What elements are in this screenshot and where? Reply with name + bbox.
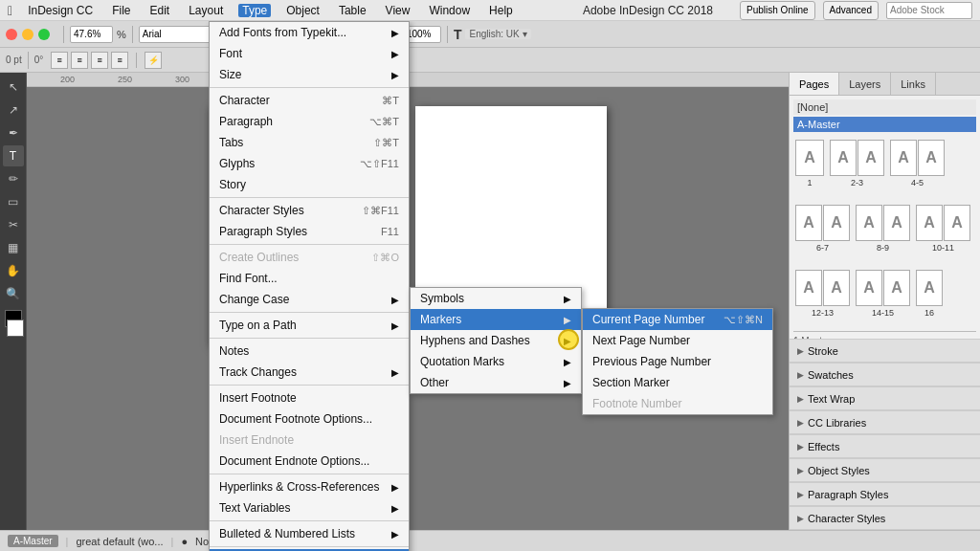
publish-online-button[interactable]: Publish Online [740, 1, 814, 20]
menu-footnote-number: Footnote Number [583, 393, 772, 414]
menu-symbols[interactable]: Symbols ▶ [411, 288, 581, 309]
menu-paragraph-styles[interactable]: Paragraph Styles F11 [210, 221, 409, 242]
menu-view[interactable]: View [382, 4, 414, 17]
menu-glyphs[interactable]: Glyphs ⌥⇧F11 [210, 153, 409, 174]
menu-paragraph[interactable]: Paragraph ⌥⌘T [210, 111, 409, 132]
menu-character-styles[interactable]: Character Styles ⇧⌘F11 [210, 200, 409, 221]
minimize-button[interactable] [22, 29, 33, 40]
menu-markers[interactable]: Markers ▶ [411, 309, 581, 330]
page-thumb-7[interactable]: A [823, 205, 850, 241]
direct-selection-tool[interactable]: ↗ [3, 99, 24, 121]
menu-change-case[interactable]: Change Case ▶ [210, 289, 409, 310]
menu-other[interactable]: Other ▶ [411, 372, 581, 393]
maximize-button[interactable] [38, 29, 50, 40]
menu-track-changes[interactable]: Track Changes ▶ [210, 362, 409, 383]
text-wrap-header[interactable]: ▶ Text Wrap [790, 387, 980, 410]
hand-tool[interactable]: ✋ [3, 260, 24, 281]
scissors-tool[interactable]: ✂ [3, 214, 24, 235]
menu-insert-footnote[interactable]: Insert Footnote [210, 387, 409, 408]
menu-find-font[interactable]: Find Font... [210, 268, 409, 289]
stroke-color[interactable] [7, 320, 24, 337]
menu-tabs[interactable]: Tabs ⇧⌘T [210, 132, 409, 153]
submenu-special-char[interactable]: Symbols ▶ Markers ▶ Hyphens and Dashes ▶… [410, 287, 582, 394]
tab-links[interactable]: Links [891, 73, 936, 95]
menu-character[interactable]: Character ⌘T [210, 90, 409, 111]
pencil-tool[interactable]: ✏ [3, 168, 24, 189]
submenu-markers[interactable]: Current Page Number ⌥⇧⌘N Next Page Numbe… [582, 308, 773, 415]
type-tool[interactable]: T [3, 145, 24, 166]
menu-add-fonts[interactable]: Add Fonts from Typekit... ▶ [210, 22, 409, 43]
page-thumb-11[interactable]: A [944, 205, 970, 241]
menu-window[interactable]: Window [425, 4, 474, 17]
menu-story[interactable]: Story [210, 174, 409, 195]
close-button[interactable] [6, 29, 17, 40]
effects-header[interactable]: ▶ Effects [790, 435, 980, 458]
page-thumb-14[interactable]: A [856, 270, 882, 306]
sep-7 [210, 474, 409, 474]
page-thumb-4[interactable]: A [890, 140, 917, 176]
menu-current-page-number[interactable]: Current Page Number ⌥⇧⌘N [583, 309, 772, 330]
menu-table[interactable]: Table [335, 4, 370, 17]
page-thumb-15[interactable]: A [883, 270, 910, 306]
menu-font[interactable]: Font ▶ [210, 43, 409, 64]
paragraph-styles-header[interactable]: ▶ Paragraph Styles [790, 483, 980, 506]
adobe-stock-search[interactable] [886, 2, 972, 19]
menu-quotation-marks[interactable]: Quotation Marks ▶ [411, 351, 581, 372]
tab-pages[interactable]: Pages [790, 73, 839, 95]
menu-edit[interactable]: Edit [146, 4, 174, 17]
menu-layout[interactable]: Layout [185, 4, 227, 17]
page-master-label[interactable]: A-Master [8, 535, 58, 547]
stroke-header[interactable]: ▶ Stroke [790, 340, 980, 363]
page-thumb-3[interactable]: A [858, 140, 884, 176]
page-thumb-5[interactable]: A [918, 140, 945, 176]
page-thumb-8[interactable]: A [856, 205, 882, 241]
menu-next-page-number[interactable]: Next Page Number [583, 330, 772, 351]
menu-hyphens-dashes[interactable]: Hyphens and Dashes ▶ [411, 330, 581, 351]
language-selector[interactable]: English: UK ▾ [465, 29, 530, 39]
font-family-input[interactable] [139, 26, 215, 43]
advanced-button[interactable]: Advanced [823, 1, 879, 20]
character-styles-header[interactable]: ▶ Character Styles [790, 507, 980, 530]
page-thumb-6[interactable]: A [795, 205, 822, 241]
page-thumbs-45: A A [890, 140, 945, 176]
pen-tool[interactable]: ✒ [3, 122, 24, 143]
align-center-button[interactable]: ≡ [71, 52, 88, 69]
rectangle-tool[interactable]: ▭ [3, 191, 24, 212]
menu-help[interactable]: Help [485, 4, 517, 17]
menu-size[interactable]: Size ▶ [210, 64, 409, 85]
zoom-tool[interactable]: 🔍 [3, 283, 24, 304]
align-left-button[interactable]: ≡ [51, 52, 68, 69]
menu-notes[interactable]: Notes [210, 341, 409, 362]
menu-file[interactable]: File [108, 4, 134, 17]
tab-layers[interactable]: Layers [839, 73, 891, 95]
menu-doc-footnote-options[interactable]: Document Footnote Options... [210, 408, 409, 430]
gradient-tool[interactable]: ▦ [3, 237, 24, 258]
page-thumb-1[interactable]: A [795, 140, 824, 176]
menu-previous-page-number[interactable]: Previous Page Number [583, 351, 772, 372]
menu-bulleted-lists[interactable]: Bulleted & Numbered Lists ▶ [210, 523, 409, 544]
menu-doc-endnote-options[interactable]: Document Endnote Options... [210, 451, 409, 472]
cc-libraries-header[interactable]: ▶ CC Libraries [790, 411, 980, 434]
menu-indesign[interactable]: InDesign CC [24, 4, 97, 17]
lightning-button[interactable]: ⚡ [145, 52, 162, 69]
page-thumb-9[interactable]: A [883, 205, 910, 241]
menu-type[interactable]: Type [238, 4, 271, 17]
page-thumb-2[interactable]: A [830, 140, 857, 176]
menu-section-marker[interactable]: Section Marker [583, 372, 772, 393]
justify-button[interactable]: ≡ [111, 52, 128, 69]
align-right-button[interactable]: ≡ [91, 52, 108, 69]
menu-hyperlinks[interactable]: Hyperlinks & Cross-References ▶ [210, 476, 409, 497]
page-thumb-12[interactable]: A [795, 270, 822, 306]
object-styles-header[interactable]: ▶ Object Styles [790, 459, 980, 482]
object-styles-arrow-icon: ▶ [797, 466, 804, 475]
zoom-input[interactable] [70, 26, 113, 43]
page-thumb-10[interactable]: A [916, 205, 943, 241]
menu-type-on-path[interactable]: Type on a Path ▶ [210, 315, 409, 336]
type-menu[interactable]: Add Fonts from Typekit... ▶ Font ▶ Size … [209, 21, 410, 551]
menu-object[interactable]: Object [282, 4, 323, 17]
swatches-header[interactable]: ▶ Swatches [790, 364, 980, 386]
menu-text-variables[interactable]: Text Variables ▶ [210, 497, 409, 518]
selection-tool[interactable]: ↖ [3, 77, 24, 98]
page-thumb-13[interactable]: A [823, 270, 850, 306]
page-thumb-16[interactable]: A [916, 270, 943, 306]
